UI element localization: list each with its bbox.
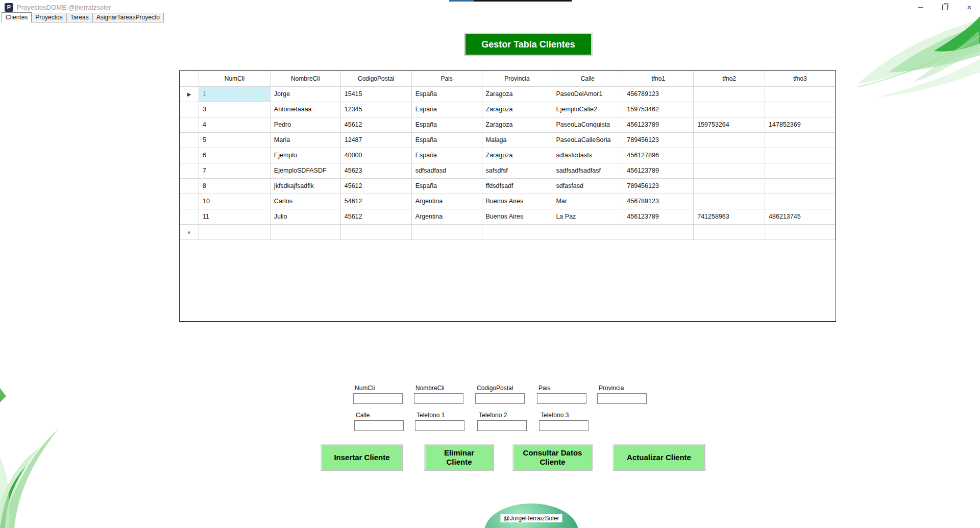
row-selector-cell[interactable] bbox=[180, 179, 199, 194]
telefono-2-input[interactable] bbox=[477, 420, 527, 431]
grid-cell[interactable]: 54612 bbox=[341, 194, 412, 209]
grid-cell[interactable]: 789456123 bbox=[623, 179, 694, 194]
grid-select-all-cell[interactable] bbox=[180, 71, 199, 87]
grid-cell[interactable]: 789456123 bbox=[623, 133, 694, 148]
grid-cell[interactable] bbox=[341, 225, 412, 240]
grid-cell[interactable]: EjemploCalle2 bbox=[552, 102, 623, 117]
grid-cell[interactable]: 486213745 bbox=[765, 209, 836, 225]
grid-cell[interactable]: 10 bbox=[199, 194, 271, 209]
grid-cell[interactable]: España bbox=[412, 117, 482, 133]
grid-cell[interactable]: Buenos Aires bbox=[482, 194, 553, 209]
row-selector-cell[interactable] bbox=[180, 117, 199, 133]
row-selector-cell[interactable]: ▶ bbox=[180, 87, 199, 102]
grid-cell[interactable]: 456123789 bbox=[623, 117, 694, 133]
grid-cell[interactable]: Mar bbox=[552, 194, 623, 209]
grid-cell[interactable] bbox=[199, 225, 271, 240]
grid-cell[interactable] bbox=[765, 87, 836, 102]
grid-cell[interactable] bbox=[765, 225, 836, 240]
grid-cell[interactable] bbox=[765, 133, 836, 148]
provincia-input[interactable] bbox=[597, 393, 647, 404]
grid-column-header-tfno3[interactable]: tfno3 bbox=[765, 71, 836, 87]
telefono-3-input[interactable] bbox=[539, 420, 589, 431]
grid-cell[interactable]: Maria bbox=[271, 133, 341, 148]
grid-cell[interactable]: 11 bbox=[199, 209, 271, 225]
grid-cell[interactable]: 1 bbox=[199, 87, 271, 102]
grid-column-header-calle[interactable]: Calle bbox=[552, 71, 623, 87]
grid-cell[interactable] bbox=[694, 194, 765, 209]
minimize-button[interactable] bbox=[911, 1, 929, 13]
grid-cell[interactable]: Ejemplo bbox=[271, 148, 341, 163]
grid-cell[interactable]: PaseoDelAmor1 bbox=[552, 87, 623, 102]
grid-cell[interactable]: 45612 bbox=[341, 179, 412, 194]
numcli-input[interactable] bbox=[353, 393, 403, 404]
grid-cell[interactable] bbox=[765, 148, 836, 163]
row-selector-cell[interactable] bbox=[180, 102, 199, 117]
tab-tareas[interactable]: Tareas bbox=[66, 13, 93, 22]
grid-cell[interactable]: 741258963 bbox=[694, 209, 765, 225]
grid-cell[interactable]: jkfsdkajfsadflk bbox=[271, 179, 341, 194]
grid-cell[interactable] bbox=[694, 87, 765, 102]
grid-cell[interactable]: PaseoLaConquista bbox=[552, 117, 623, 133]
grid-cell[interactable]: 6 bbox=[199, 148, 271, 163]
grid-cell[interactable]: Zaragoza bbox=[482, 102, 553, 117]
grid-cell[interactable] bbox=[623, 225, 694, 240]
grid-cell[interactable]: 456789123 bbox=[623, 194, 694, 209]
grid-cell[interactable]: 45612 bbox=[341, 209, 412, 225]
grid-cell[interactable]: Jorge bbox=[271, 87, 341, 102]
grid-cell[interactable]: Carlos bbox=[271, 194, 341, 209]
eliminar-cliente-button[interactable]: Eliminar Cliente bbox=[424, 444, 494, 471]
row-selector-cell[interactable]: * bbox=[180, 225, 199, 240]
grid-column-header-provincia[interactable]: Provincia bbox=[482, 71, 553, 87]
grid-cell[interactable]: 159753462 bbox=[623, 102, 694, 117]
grid-cell[interactable] bbox=[412, 225, 482, 240]
grid-cell[interactable]: España bbox=[412, 133, 482, 148]
close-button[interactable]: × bbox=[960, 1, 978, 13]
clients-data-grid[interactable]: NumCliNombreCliCodigoPostalPaisProvincia… bbox=[179, 70, 836, 322]
grid-column-header-tfno1[interactable]: tfno1 bbox=[623, 71, 694, 87]
grid-cell[interactable]: 456789123 bbox=[623, 87, 694, 102]
row-selector-cell[interactable] bbox=[180, 133, 199, 148]
grid-cell[interactable]: Argentina bbox=[412, 209, 482, 225]
grid-cell[interactable]: EjemploSDFASDF bbox=[271, 163, 341, 179]
grid-cell[interactable]: 3 bbox=[199, 102, 271, 117]
grid-cell[interactable]: España bbox=[412, 179, 482, 194]
grid-cell[interactable]: España bbox=[412, 87, 482, 102]
grid-cell[interactable]: 4 bbox=[199, 117, 271, 133]
grid-cell[interactable]: Argentina bbox=[412, 194, 482, 209]
row-selector-cell[interactable] bbox=[180, 194, 199, 209]
grid-column-header-codigopostal[interactable]: CodigoPostal bbox=[341, 71, 412, 87]
grid-cell[interactable]: 456123789 bbox=[623, 209, 694, 225]
grid-cell[interactable]: 40000 bbox=[341, 148, 412, 163]
grid-cell[interactable] bbox=[694, 179, 765, 194]
consultar-datos-cliente-button[interactable]: Consultar Datos Cliente bbox=[512, 444, 593, 471]
grid-cell[interactable]: Zaragoza bbox=[482, 87, 553, 102]
grid-cell[interactable]: Antonietaaaa bbox=[271, 102, 341, 117]
grid-cell[interactable]: 456127896 bbox=[623, 148, 694, 163]
grid-cell[interactable]: 5 bbox=[199, 133, 271, 148]
nombrecli-input[interactable] bbox=[414, 393, 463, 404]
grid-cell[interactable]: 456123789 bbox=[623, 163, 694, 179]
telefono-1-input[interactable] bbox=[415, 420, 464, 431]
pais-input[interactable] bbox=[537, 393, 586, 404]
grid-cell[interactable]: La Paz bbox=[552, 209, 623, 225]
grid-cell[interactable] bbox=[694, 102, 765, 117]
grid-cell[interactable] bbox=[694, 148, 765, 163]
grid-cell[interactable]: Zaragoza bbox=[482, 117, 553, 133]
grid-cell[interactable] bbox=[694, 133, 765, 148]
grid-cell[interactable]: sdfasfddasfs bbox=[552, 148, 623, 163]
grid-cell[interactable]: 15415 bbox=[341, 87, 412, 102]
grid-cell[interactable]: España bbox=[412, 148, 482, 163]
grid-cell[interactable] bbox=[765, 163, 836, 179]
insertar-cliente-button[interactable]: Insertar Cliente bbox=[321, 444, 403, 471]
grid-column-header-nombrecli[interactable]: NombreCli bbox=[271, 71, 341, 87]
codigopostal-input[interactable] bbox=[475, 393, 525, 404]
grid-cell[interactable]: 159753264 bbox=[694, 117, 765, 133]
grid-cell[interactable] bbox=[694, 225, 765, 240]
grid-cell[interactable] bbox=[271, 225, 341, 240]
grid-cell[interactable]: 45623 bbox=[341, 163, 412, 179]
grid-cell[interactable]: 12487 bbox=[341, 133, 412, 148]
grid-cell[interactable]: Julio bbox=[271, 209, 341, 225]
grid-cell[interactable]: Zaragoza bbox=[482, 148, 553, 163]
grid-cell[interactable]: 147852369 bbox=[765, 117, 836, 133]
grid-cell[interactable]: Pedro bbox=[271, 117, 341, 133]
